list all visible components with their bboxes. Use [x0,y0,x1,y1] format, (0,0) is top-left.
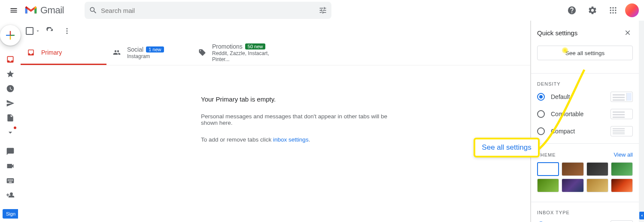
mail-toolbar [21,21,530,41]
top-bar: Gmail [0,0,644,21]
empty-title: Your Primary tab is empty. [201,96,390,103]
theme-grid [537,162,633,192]
side-panel-strip [639,21,644,222]
inbox-type-default-row[interactable]: Default [537,220,633,222]
divider [531,202,639,202]
clock-icon [6,84,15,93]
svg-point-11 [67,33,68,34]
quick-settings-title: Quick settings [537,29,577,37]
nav-more[interactable] [3,126,17,139]
theme-tile[interactable] [562,179,583,192]
theme-tile[interactable] [611,162,633,176]
topbar-actions [563,2,639,19]
theme-tile[interactable] [611,179,633,192]
quick-settings-panel: Quick settings See all settings DENSITY … [531,21,639,222]
svg-point-0 [610,7,611,9]
chevron-down-icon [35,28,40,34]
tab-promotions[interactable]: Promotions 50 new Reddit, Zazzle, Instac… [192,41,278,65]
left-rail: Sign [0,21,21,222]
tab-primary[interactable]: Primary [21,41,106,65]
empty-line2-prefix: To add or remove tabs click [201,136,273,143]
gear-icon [588,6,597,15]
mail-pane: Primary Social 1 new Instagram [21,21,531,222]
density-default-row[interactable]: Default [537,92,633,102]
density-compact-row[interactable]: Compact [537,126,633,136]
settings-button[interactable] [584,2,601,19]
google-apps-button[interactable] [605,2,622,19]
density-default-label: Default [551,93,570,100]
empty-primary-state: Your Primary tab is empty. Personal mess… [21,65,407,143]
support-button[interactable] [563,2,580,19]
refresh-button[interactable] [42,23,58,39]
hamburger-icon [9,6,18,15]
empty-line1: Personal messages and messages that don'… [201,113,390,126]
theme-tile[interactable] [586,162,608,176]
compose-button[interactable] [0,25,21,46]
tab-social-badge: 1 new [146,46,164,52]
svg-point-8 [615,12,616,13]
search-icon[interactable] [88,5,98,15]
theme-tile[interactable] [586,179,608,192]
gmail-logo-icon [24,5,38,15]
more-actions-button[interactable] [59,23,75,39]
theme-view-all-link[interactable]: View all [614,151,633,158]
tab-social[interactable]: Social 1 new Instagram [106,41,192,65]
account-avatar[interactable] [625,3,639,17]
empty-line2: To add or remove tabs click inbox settin… [201,136,390,143]
density-comfortable-thumb [611,109,633,119]
svg-point-10 [67,31,68,32]
see-all-settings-button[interactable]: See all settings [537,46,633,60]
close-icon [624,29,632,37]
divider [531,143,639,144]
nav-chat[interactable] [3,145,17,158]
select-all-checkbox[interactable] [26,27,40,35]
show-side-panel-button[interactable] [639,212,644,219]
nav-inbox[interactable] [3,52,17,66]
video-icon [6,162,15,170]
theme-heading: THEME [537,152,556,157]
people-icon [112,48,121,57]
density-comfortable-label: Comfortable [551,111,583,117]
svg-point-4 [612,9,614,11]
svg-point-7 [612,12,614,13]
search-bar[interactable] [85,2,331,19]
gmail-logo[interactable]: Gmail [24,5,64,16]
more-vertical-icon [63,27,71,35]
svg-point-3 [610,9,611,11]
nav-starred[interactable] [3,67,17,81]
nav-sent[interactable] [3,96,17,110]
close-quick-settings[interactable] [623,28,633,38]
search-options-icon[interactable] [318,5,328,15]
nav-drafts[interactable] [3,111,17,125]
density-comfortable-row[interactable]: Comfortable [537,109,633,119]
divider [531,73,639,74]
tab-promotions-badge: 50 new [245,43,265,49]
inbox-settings-link[interactable]: inbox settings [273,136,309,143]
gmail-logo-text: Gmail [40,5,64,16]
svg-point-6 [610,12,611,13]
theme-tile[interactable] [537,162,559,176]
tab-primary-label: Primary [41,49,62,56]
inbox-tabs: Primary Social 1 new Instagram [21,41,530,65]
nav-snoozed[interactable] [3,82,17,96]
tag-icon [198,48,206,57]
sign-label: Sign [6,211,15,216]
density-default-thumb [611,92,633,102]
file-icon [6,114,15,122]
theme-tile[interactable] [562,162,583,176]
svg-point-5 [615,9,616,11]
theme-tile[interactable] [537,179,559,192]
nav-meet[interactable] [3,159,17,173]
radio-on-icon [537,93,545,101]
checkbox-icon [26,27,33,35]
density-heading: DENSITY [537,81,633,86]
keyboard-icon [6,176,15,185]
sign-in-button[interactable]: Sign [3,209,18,219]
search-input[interactable] [98,7,318,14]
main-menu-button[interactable] [5,2,22,19]
nav-contacts[interactable] [3,188,17,202]
callout-text: See all settings [482,143,531,152]
chat-icon [6,147,15,156]
nav-keyboard[interactable] [3,174,17,188]
svg-point-9 [67,28,68,29]
